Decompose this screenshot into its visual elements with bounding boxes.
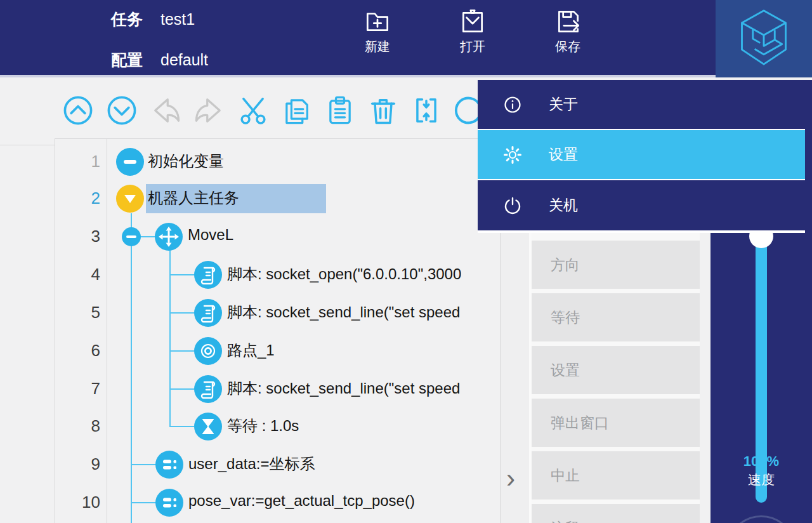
tree-connector [169, 350, 194, 352]
collapse-toggle-icon[interactable] [122, 227, 141, 246]
tree-row-label[interactable]: user_data:=坐标系 [188, 454, 315, 474]
config-value: default [160, 51, 208, 69]
command-label: 方向 [551, 255, 580, 275]
task-label: 任务 [111, 10, 143, 28]
menu-item-shutdown[interactable]: 关机 [478, 180, 805, 230]
task-value: test1 [160, 10, 195, 28]
command-label: 中止 [551, 466, 580, 486]
brand-logo-button[interactable] [716, 0, 812, 77]
command-label: 注释 [551, 519, 580, 523]
command-set-button[interactable]: 设置 [532, 346, 700, 394]
move-up-button[interactable] [62, 94, 95, 127]
open-task-button[interactable]: 打开 [438, 6, 508, 55]
insert-button[interactable] [410, 94, 443, 127]
redo-button[interactable] [193, 94, 226, 127]
tree-row-label[interactable]: 路点_1 [227, 340, 275, 361]
tree-row-label[interactable]: pose_var:=get_actual_tcp_pose() [188, 492, 415, 510]
save-file-icon [533, 6, 603, 36]
minus-node-icon[interactable] [116, 148, 144, 176]
command-direction-button[interactable]: 方向 [532, 241, 700, 289]
assign-node-icon[interactable] [155, 489, 183, 517]
tree-row[interactable]: 1 初始化变量 [0, 143, 500, 181]
tree-connector [169, 388, 194, 390]
command-label: 弹出窗口 [551, 413, 609, 433]
system-dropdown-menu: 关于 设置 关机 [478, 80, 805, 233]
speed-label: 速度 [710, 471, 812, 489]
tree-row[interactable]: 4 脚本: socket_open("6.0.0.10",3000 [0, 256, 500, 294]
tree-row-number: 1 [57, 152, 100, 171]
open-task-caption: 打开 [438, 38, 508, 55]
tree-row[interactable]: 8 等待 : 1.0s [0, 407, 500, 446]
tree-row-label[interactable]: 机器人主任务 [148, 188, 239, 208]
tree-row[interactable]: 5 脚本: socket_send_line("set speed [0, 294, 500, 332]
command-comment-button[interactable]: 注释 [532, 504, 700, 523]
task-row: 任务test1 [111, 9, 195, 30]
power-icon [503, 196, 522, 215]
top-bar: 任务test1 配置default 新建 打开 [0, 0, 812, 77]
tree-row-label[interactable]: 脚本: socket_send_line("set speed [227, 378, 460, 399]
tree-connector [131, 464, 156, 465]
delete-button[interactable] [367, 94, 400, 127]
save-task-caption: 保存 [533, 38, 603, 55]
tree-row-label[interactable]: 脚本: socket_send_line("set speed [227, 302, 460, 322]
edit-toolbar [55, 80, 500, 138]
tree-row-label[interactable]: 等待 : 1.0s [227, 416, 299, 436]
tree-row-number: 2 [57, 189, 100, 208]
tree-row-number: 6 [57, 341, 100, 361]
speed-percent: 100% [710, 453, 812, 470]
paste-button[interactable] [324, 94, 357, 127]
speed-dial-button[interactable] [726, 515, 796, 523]
cut-button[interactable] [237, 94, 270, 127]
tree-connector [131, 502, 156, 503]
config-label: 配置 [111, 51, 143, 69]
tree-row-selected[interactable]: 2 机器人主任务 [0, 180, 500, 218]
tree-row-number: 5 [57, 303, 100, 322]
tree-row[interactable]: 10 pose_var:=get_actual_tcp_pose() [0, 484, 500, 522]
menu-item-settings[interactable]: 设置 [478, 130, 805, 180]
command-label: 等待 [551, 308, 580, 328]
tree-row-number: 4 [57, 265, 100, 284]
config-row: 配置default [111, 50, 208, 70]
tree-connector [169, 426, 194, 427]
waypoint-node-icon[interactable] [194, 337, 222, 365]
tree-row-label[interactable]: 脚本: socket_open("6.0.0.10",3000 [227, 264, 461, 284]
menu-item-label: 关机 [549, 195, 578, 215]
tree-row[interactable]: 9 user_data:=坐标系 [0, 446, 500, 484]
expanded-node-icon[interactable] [116, 185, 144, 213]
tree-row-label[interactable]: 初始化变量 [148, 151, 224, 171]
tree-row[interactable]: 7 脚本: socket_send_line("set speed [0, 370, 500, 408]
command-popup-button[interactable]: 弹出窗口 [532, 399, 700, 447]
tree-row[interactable]: 3 MoveL [0, 218, 500, 256]
open-file-icon [438, 6, 508, 36]
move-down-button[interactable] [105, 94, 138, 127]
info-icon [503, 95, 522, 114]
tree-row-number: 10 [57, 493, 100, 512]
tree-connector [169, 274, 194, 275]
expand-panel-chevron-icon[interactable]: › [506, 465, 515, 492]
tree-connector [169, 312, 194, 314]
menu-item-label: 设置 [549, 145, 578, 164]
cube-logo-icon [735, 6, 793, 71]
gear-icon [503, 145, 522, 164]
robot-teach-pendant-app: 任务test1 配置default 新建 打开 [0, 0, 812, 523]
wait-node-icon[interactable] [194, 413, 222, 440]
tree-row-number: 8 [57, 416, 100, 436]
script-node-icon[interactable] [194, 375, 222, 403]
tree-connector-movel [169, 250, 171, 427]
script-node-icon[interactable] [194, 299, 222, 327]
save-task-button[interactable]: 保存 [533, 6, 603, 55]
tree-row[interactable]: 6 路点_1 [0, 332, 500, 370]
menu-item-about[interactable]: 关于 [478, 80, 805, 130]
copy-button[interactable] [280, 94, 313, 127]
new-task-button[interactable]: 新建 [343, 6, 412, 55]
menu-item-label: 关于 [549, 95, 578, 114]
new-task-caption: 新建 [343, 38, 412, 55]
tree-row-label[interactable]: MoveL [188, 226, 233, 244]
move-node-icon[interactable] [155, 223, 183, 251]
command-halt-button[interactable]: 中止 [532, 451, 700, 500]
new-file-icon [343, 6, 412, 36]
undo-button[interactable] [149, 94, 182, 127]
assign-node-icon[interactable] [155, 451, 183, 479]
script-node-icon[interactable] [194, 261, 222, 289]
command-wait-button[interactable]: 等待 [532, 293, 700, 341]
